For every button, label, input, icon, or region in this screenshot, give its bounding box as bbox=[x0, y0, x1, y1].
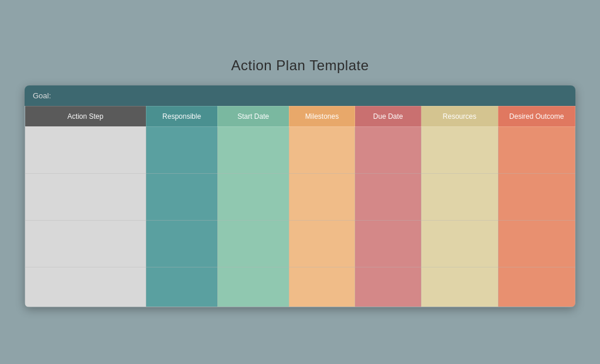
cell-outcome[interactable] bbox=[498, 126, 575, 173]
cell-startdate[interactable] bbox=[217, 126, 289, 173]
cell-responsible[interactable] bbox=[146, 173, 217, 220]
cell-outcome[interactable] bbox=[498, 220, 575, 267]
cell-startdate[interactable] bbox=[217, 220, 289, 267]
cell-resources[interactable] bbox=[421, 267, 498, 307]
cell-milestones[interactable] bbox=[289, 220, 355, 267]
cell-milestones[interactable] bbox=[289, 267, 355, 307]
cell-action[interactable] bbox=[25, 267, 146, 307]
cell-resources[interactable] bbox=[421, 173, 498, 220]
cell-responsible[interactable] bbox=[146, 126, 217, 173]
col-header-responsible: Responsible bbox=[146, 106, 217, 126]
cell-outcome[interactable] bbox=[498, 173, 575, 220]
table-row bbox=[25, 173, 575, 220]
page-title: Action Plan Template bbox=[231, 57, 369, 74]
col-header-outcome: Desired Outcome bbox=[498, 106, 575, 126]
col-header-startdate: Start Date bbox=[217, 106, 289, 126]
cell-responsible[interactable] bbox=[146, 267, 217, 307]
cell-outcome[interactable] bbox=[498, 267, 575, 307]
goal-header: Goal: bbox=[25, 85, 575, 106]
cell-duedate[interactable] bbox=[355, 267, 421, 307]
col-header-resources: Resources bbox=[421, 106, 498, 126]
cell-duedate[interactable] bbox=[355, 173, 421, 220]
col-header-action: Action Step bbox=[25, 106, 146, 126]
cell-responsible[interactable] bbox=[146, 220, 217, 267]
cell-action[interactable] bbox=[25, 126, 146, 173]
cell-resources[interactable] bbox=[421, 126, 498, 173]
page-wrapper: Action Plan Template Goal: Action Step R… bbox=[19, 57, 581, 307]
cell-milestones[interactable] bbox=[289, 126, 355, 173]
cell-action[interactable] bbox=[25, 173, 146, 220]
table-row bbox=[25, 126, 575, 173]
cell-startdate[interactable] bbox=[217, 267, 289, 307]
table-row bbox=[25, 220, 575, 267]
cell-resources[interactable] bbox=[421, 220, 498, 267]
cell-startdate[interactable] bbox=[217, 173, 289, 220]
table-row bbox=[25, 267, 575, 307]
cell-milestones[interactable] bbox=[289, 173, 355, 220]
cell-action[interactable] bbox=[25, 220, 146, 267]
action-plan-card: Goal: Action Step Responsible Start Date… bbox=[25, 85, 575, 307]
action-plan-table: Action Step Responsible Start Date Miles… bbox=[25, 106, 575, 307]
col-header-duedate: Due Date bbox=[355, 106, 421, 126]
cell-duedate[interactable] bbox=[355, 220, 421, 267]
cell-duedate[interactable] bbox=[355, 126, 421, 173]
col-header-milestones: Milestones bbox=[289, 106, 355, 126]
